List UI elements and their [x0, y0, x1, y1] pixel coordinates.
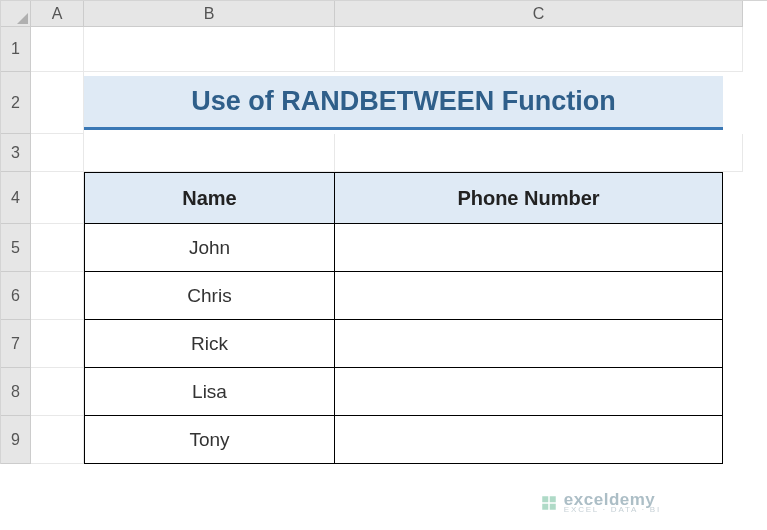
- row-header-1[interactable]: 1: [1, 27, 31, 72]
- cell-c1[interactable]: [335, 27, 743, 72]
- cell-phone-4[interactable]: [335, 367, 723, 416]
- table-header-phone[interactable]: Phone Number: [335, 172, 723, 224]
- cell-a1[interactable]: [31, 27, 84, 72]
- cell-a7[interactable]: [31, 320, 84, 368]
- row-header-8[interactable]: 8: [1, 368, 31, 416]
- spreadsheet-grid: A B C 1 2 3 4 5 6 7 8 9 Use of RANDBETWE…: [0, 0, 767, 464]
- cell-a6[interactable]: [31, 272, 84, 320]
- row-header-2[interactable]: 2: [1, 72, 31, 134]
- cell-a4[interactable]: [31, 172, 84, 224]
- cell-name-1[interactable]: John: [84, 223, 335, 272]
- cell-b1[interactable]: [84, 27, 335, 72]
- row-header-9[interactable]: 9: [1, 416, 31, 464]
- cell-name-5[interactable]: Tony: [84, 415, 335, 464]
- cell-a5[interactable]: [31, 224, 84, 272]
- cell-phone-1[interactable]: [335, 223, 723, 272]
- cell-b3[interactable]: [84, 134, 335, 172]
- watermark: exceldemy EXCEL · DATA · BI: [540, 491, 661, 514]
- cell-phone-5[interactable]: [335, 415, 723, 464]
- cell-a3[interactable]: [31, 134, 84, 172]
- exceldemy-logo-icon: [540, 494, 558, 512]
- cell-c3[interactable]: [335, 134, 743, 172]
- col-header-a[interactable]: A: [31, 1, 84, 27]
- select-all-corner[interactable]: [1, 1, 31, 27]
- col-header-b[interactable]: B: [84, 1, 335, 27]
- cell-a8[interactable]: [31, 368, 84, 416]
- cell-a2[interactable]: [31, 72, 84, 134]
- cell-phone-3[interactable]: [335, 319, 723, 368]
- table-header-name[interactable]: Name: [84, 172, 335, 224]
- row-header-7[interactable]: 7: [1, 320, 31, 368]
- sheet-title[interactable]: Use of RANDBETWEEN Function: [84, 76, 723, 130]
- row-header-5[interactable]: 5: [1, 224, 31, 272]
- cell-name-4[interactable]: Lisa: [84, 367, 335, 416]
- row-header-6[interactable]: 6: [1, 272, 31, 320]
- row-header-3[interactable]: 3: [1, 134, 31, 172]
- cell-a9[interactable]: [31, 416, 84, 464]
- col-header-c[interactable]: C: [335, 1, 743, 27]
- watermark-sub: EXCEL · DATA · BI: [564, 506, 661, 514]
- cell-phone-2[interactable]: [335, 271, 723, 320]
- cell-name-2[interactable]: Chris: [84, 271, 335, 320]
- row-header-4[interactable]: 4: [1, 172, 31, 224]
- cell-name-3[interactable]: Rick: [84, 319, 335, 368]
